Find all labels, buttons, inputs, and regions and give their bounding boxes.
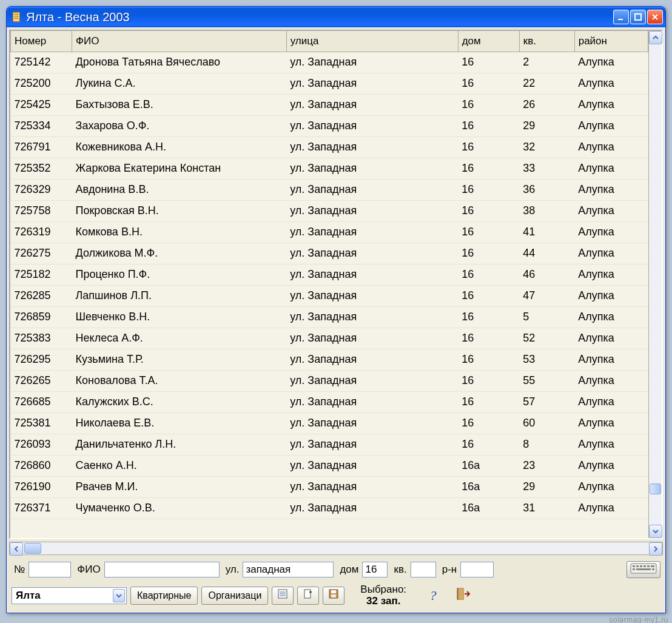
- h-scrollbar-track[interactable]: [23, 542, 649, 554]
- cell-street: ул. Западная: [286, 264, 458, 285]
- table-row[interactable]: 726860Саенко А.Н.ул. Западная16а23Алупка: [11, 455, 648, 476]
- minimize-button[interactable]: [613, 10, 629, 24]
- table-row[interactable]: 726285Лапшинов Л.П.ул. Западная1647Алупк…: [11, 285, 648, 306]
- cell-house: 16: [458, 391, 519, 413]
- filter-num-input[interactable]: [29, 562, 71, 578]
- cell-street: ул. Западная: [286, 115, 458, 136]
- cell-street: ул. Западная: [286, 73, 458, 94]
- cell-house: 16: [458, 179, 519, 200]
- table-row[interactable]: 726791Кожевникова А.Н.ул. Западная1632Ал…: [11, 136, 648, 158]
- table-row[interactable]: 726685Калужских В.С.ул. Западная1657Алуп…: [11, 391, 648, 413]
- scroll-left-icon[interactable]: [10, 542, 23, 556]
- table-row[interactable]: 725200Лукина С.А.ул. Западная1622Алупка: [11, 73, 648, 94]
- close-button[interactable]: [647, 10, 663, 24]
- column-header-fio[interactable]: ФИО: [72, 31, 287, 52]
- cell-num: 726093: [11, 434, 72, 455]
- list-view-button[interactable]: [272, 587, 294, 605]
- cell-fio: Данильчатенко Л.Н.: [72, 434, 287, 455]
- help-button[interactable]: ?: [422, 587, 444, 605]
- cell-fio: Комкова В.Н.: [72, 221, 287, 243]
- h-scrollbar-thumb[interactable]: [24, 543, 41, 554]
- cell-region: Алупка: [574, 349, 648, 370]
- cell-house: 16: [458, 115, 519, 136]
- cell-apt: 2: [519, 52, 574, 73]
- horizontal-scrollbar[interactable]: [9, 542, 663, 555]
- cell-region: Алупка: [574, 115, 648, 136]
- titlebar[interactable]: Ялта - Весна 2003: [7, 7, 665, 27]
- cell-fio: Кожевникова А.Н.: [72, 136, 287, 158]
- table-row[interactable]: 725352Жаркова Екатерина Констанул. Запад…: [11, 158, 648, 179]
- cell-region: Алупка: [574, 285, 648, 306]
- filter-apt-input[interactable]: [411, 562, 436, 578]
- keyboard-button[interactable]: [627, 561, 660, 578]
- table-row[interactable]: 726265Коновалова Т.А.ул. Западная1655Алу…: [11, 370, 648, 391]
- cell-apt: 57: [519, 391, 574, 413]
- cell-region: Алупка: [574, 264, 648, 285]
- cell-house: 16а: [458, 476, 519, 497]
- cell-apt: 60: [519, 413, 574, 434]
- apartments-button[interactable]: Квартирные: [130, 587, 198, 605]
- exit-button[interactable]: [452, 587, 474, 605]
- cell-apt: 55: [519, 370, 574, 391]
- scroll-up-icon[interactable]: [649, 31, 662, 44]
- filter-region-input[interactable]: [460, 562, 494, 578]
- table-row[interactable]: 726275Должикова М.Ф.ул. Западная1644Алуп…: [11, 243, 648, 264]
- column-header-street[interactable]: улица: [286, 31, 458, 52]
- city-selected-label: Ялта: [16, 590, 41, 602]
- table-row[interactable]: 725758Покровская В.Н.ул. Западная1638Алу…: [11, 200, 648, 221]
- table-row[interactable]: 725142Дронова Татьяна Вячеславоул. Запад…: [11, 52, 648, 73]
- table-row[interactable]: 726859Шевченко В.Н.ул. Западная165Алупка: [11, 306, 648, 328]
- svg-rect-20: [304, 590, 311, 598]
- filter-street-input[interactable]: [243, 562, 334, 578]
- cell-fio: Чумаченко О.В.: [72, 497, 287, 519]
- vertical-scrollbar[interactable]: [648, 31, 662, 538]
- svg-rect-8: [636, 565, 639, 567]
- save-icon: [328, 588, 339, 602]
- scroll-down-icon[interactable]: [649, 525, 662, 538]
- cell-region: Алупка: [574, 306, 648, 328]
- add-record-button[interactable]: [297, 587, 319, 605]
- svg-rect-4: [618, 19, 623, 20]
- cell-region: Алупка: [574, 391, 648, 413]
- scrollbar-track[interactable]: [649, 44, 662, 525]
- filter-fio-input[interactable]: [104, 562, 220, 578]
- table-row[interactable]: 725425Бахтызова Е.В.ул. Западная1626Алуп…: [11, 94, 648, 115]
- filter-house-label: дом: [340, 564, 358, 576]
- table-row[interactable]: 726371Чумаченко О.В.ул. Западная16а31Алу…: [11, 497, 648, 519]
- save-record-button[interactable]: [323, 587, 344, 605]
- table-row[interactable]: 725383Неклеса А.Ф.ул. Западная1652Алупка: [11, 328, 648, 349]
- app-window: Ялта - Весна 2003 Номер ФИО улица: [6, 6, 666, 613]
- cell-region: Алупка: [574, 200, 648, 221]
- cell-region: Алупка: [574, 52, 648, 73]
- cell-house: 16: [458, 221, 519, 243]
- table-row[interactable]: 726329Авдонина В.В.ул. Западная1636Алупк…: [11, 179, 648, 200]
- table-row[interactable]: 725334Захарова О.Ф.ул. Западная1629Алупк…: [11, 115, 648, 136]
- table-row[interactable]: 726093Данильчатенко Л.Н.ул. Западная168А…: [11, 434, 648, 455]
- cell-fio: Лапшинов Л.П.: [72, 285, 287, 306]
- cell-house: 16а: [458, 497, 519, 519]
- cell-region: Алупка: [574, 497, 648, 519]
- table-row[interactable]: 726190Рвачев М.И.ул. Западная16а29Алупка: [11, 476, 648, 497]
- cell-region: Алупка: [574, 136, 648, 158]
- table-row[interactable]: 726319Комкова В.Н.ул. Западная1641Алупка: [11, 221, 648, 243]
- document-plus-icon: [303, 588, 314, 602]
- cell-house: 16: [458, 94, 519, 115]
- column-header-number[interactable]: Номер: [11, 31, 72, 52]
- table-row[interactable]: 725381Николаева Е.В.ул. Западная1660Алуп…: [11, 413, 648, 434]
- table-row[interactable]: 725182Проценко П.Ф.ул. Западная1646Алупк…: [11, 264, 648, 285]
- cell-street: ул. Западная: [286, 94, 458, 115]
- maximize-button[interactable]: [630, 10, 646, 24]
- filter-house-input[interactable]: [362, 562, 388, 578]
- column-header-region[interactable]: район: [574, 31, 648, 52]
- cell-region: Алупка: [574, 73, 648, 94]
- column-header-house[interactable]: дом: [458, 31, 519, 52]
- cell-apt: 46: [519, 264, 574, 285]
- cell-apt: 32: [519, 136, 574, 158]
- city-dropdown[interactable]: Ялта: [12, 587, 127, 604]
- window-title: Ялта - Весна 2003: [26, 10, 613, 24]
- scrollbar-thumb[interactable]: [650, 483, 661, 494]
- scroll-right-icon[interactable]: [649, 542, 662, 556]
- column-header-apt[interactable]: кв.: [519, 31, 574, 52]
- organizations-button[interactable]: Организаци: [201, 587, 268, 605]
- table-row[interactable]: 726295Кузьмина Т.Р.ул. Западная1653Алупк…: [11, 349, 648, 370]
